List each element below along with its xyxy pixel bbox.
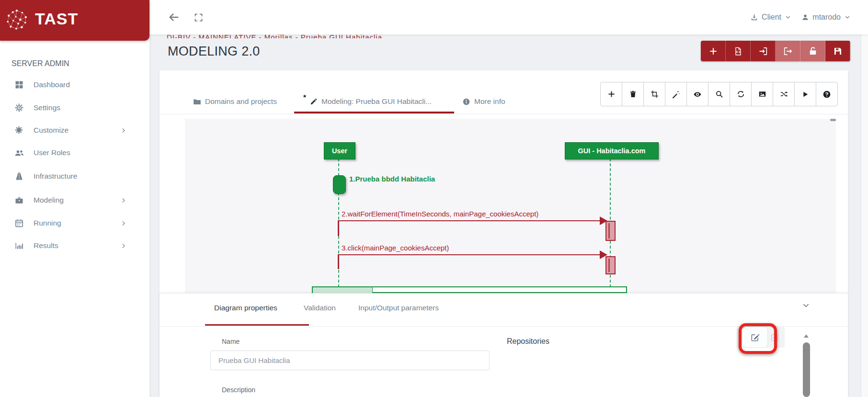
tab-modeling-active[interactable]: * Modeling: Prueba GUI Habitacli...	[303, 91, 432, 112]
actor-user[interactable]: User	[324, 142, 355, 159]
page-title: MODELING 2.0	[168, 44, 260, 59]
client-menu-label: Client	[762, 13, 781, 22]
panel-scroll-up-arrow[interactable]	[802, 332, 810, 340]
panel-tab-validation[interactable]: Validation	[304, 304, 336, 312]
top-header: Client mtarodo	[149, 0, 868, 34]
sidebar-item-label: Modeling	[34, 196, 64, 204]
cog-icon	[14, 125, 23, 135]
activation-green[interactable]	[333, 175, 346, 194]
file-code-button[interactable]	[726, 41, 751, 61]
panel-tab-input-output-parameters[interactable]: Input/Output parameters	[358, 304, 439, 312]
road-icon	[14, 171, 24, 181]
toolbar-add-button[interactable]	[600, 82, 622, 106]
browser-scrollbar[interactable]	[861, 34, 868, 397]
description-field-label: Description	[222, 386, 255, 394]
sidebar-item-infrastructure[interactable]: Infrastructure	[0, 166, 149, 187]
combined-fragment-header-fill	[313, 287, 373, 293]
gear-icon	[14, 103, 24, 113]
message-1-label[interactable]: 1.Prueba bbdd Habitaclia	[349, 175, 435, 183]
message-3-source-tick	[338, 254, 339, 269]
pencil-icon	[310, 98, 318, 105]
chevron-right-icon	[120, 242, 127, 250]
expand-icon[interactable]	[194, 12, 204, 23]
sidebar-item-label: Dashboard	[34, 80, 70, 89]
name-input[interactable]	[210, 351, 490, 370]
user-menu[interactable]: mtarodo	[801, 0, 851, 34]
highlight-annotation-ring	[739, 323, 777, 354]
panel-active-tab-underline	[205, 324, 309, 326]
sidebar-item-label: Infrastructure	[34, 172, 77, 181]
actor-gui-habitaclia[interactable]: GUI - Habitaclia.com	[565, 142, 659, 159]
sidebar: TAST SERVER ADMIN Dashboard Settings Cus…	[0, 0, 149, 397]
sequence-diagram-canvas[interactable]	[185, 119, 836, 293]
sidebar-item-label: Running	[34, 219, 61, 227]
add-button[interactable]	[701, 41, 726, 61]
chevron-right-icon	[120, 127, 127, 134]
message-2-source-tick	[338, 220, 339, 236]
back-arrow-icon[interactable]	[168, 11, 180, 23]
toolbar-delete-button[interactable]	[622, 82, 644, 106]
tab-label: Domains and projects	[205, 97, 277, 106]
chevron-down-icon	[844, 14, 851, 21]
sidebar-item-results[interactable]: Results	[0, 236, 149, 257]
toolbar-preview-eye-button[interactable]	[686, 82, 708, 106]
brand-name: TAST	[35, 10, 78, 28]
repositories-label: Repositories	[507, 337, 549, 346]
collapse-panel-chevron-down-icon[interactable]	[801, 301, 811, 310]
chevron-right-icon	[120, 197, 127, 204]
tab-domains-and-projects[interactable]: Domains and projects	[193, 91, 277, 112]
folder-icon	[193, 98, 201, 106]
info-icon	[462, 98, 470, 106]
activation-gui-2[interactable]	[605, 256, 616, 274]
name-field-label: Name	[222, 338, 240, 345]
toolbar-refresh-button[interactable]	[730, 82, 752, 106]
user-icon	[801, 13, 809, 21]
sidebar-section-label: SERVER ADMIN	[11, 59, 69, 68]
tab-row-divider	[160, 114, 848, 114]
panel-tab-diagram-properties[interactable]: Diagram properties	[214, 304, 277, 312]
tab-label: Modeling: Prueba GUI Habitacli...	[321, 97, 432, 106]
message-3-line	[339, 254, 603, 255]
panel-scrollbar-thumb[interactable]	[803, 342, 810, 397]
toolbar-zoom-search-button[interactable]	[708, 82, 730, 106]
toolbar-magic-wand-button[interactable]	[665, 82, 687, 106]
toolbar-crop-button[interactable]	[643, 82, 665, 106]
tab-label: More info	[474, 97, 505, 106]
sidebar-item-label: User Roles	[34, 148, 70, 157]
dashboard-grid-icon	[14, 80, 24, 90]
activation-gui-1[interactable]	[605, 221, 616, 241]
diagram-action-bar	[701, 41, 850, 61]
calendar-icon	[14, 218, 24, 228]
save-button[interactable]	[825, 41, 850, 61]
application-window: DI-BIV - MAINNELATIVE - Morillas - Prueb…	[0, 0, 868, 397]
download-icon	[750, 13, 758, 22]
toolbar-shuffle-button[interactable]	[773, 82, 795, 106]
message-3-label[interactable]: 3.click(mainPage_cookiesAccept)	[342, 244, 449, 252]
brand-banner[interactable]: TAST	[0, 0, 149, 41]
briefcase-icon	[14, 195, 24, 205]
toolbar-run-play-button[interactable]	[794, 82, 816, 106]
sidebar-item-dashboard[interactable]: Dashboard	[0, 75, 149, 96]
sidebar-item-label: Results	[34, 241, 58, 250]
chevron-right-icon	[120, 220, 127, 227]
message-2-line	[339, 220, 603, 221]
tab-more-info[interactable]: More info	[462, 91, 505, 112]
sidebar-item-modeling[interactable]: Modeling	[0, 190, 149, 211]
sign-in-button[interactable]	[751, 41, 776, 61]
unlock-button[interactable]	[800, 41, 825, 61]
sign-out-button[interactable]	[776, 41, 800, 61]
toolbar-image-button[interactable]	[751, 82, 773, 106]
sidebar-item-running[interactable]: Running	[0, 213, 149, 234]
sidebar-item-label: Settings	[34, 103, 60, 112]
sidebar-item-customize[interactable]: Customize	[0, 120, 149, 141]
unsaved-marker: *	[303, 93, 306, 102]
sidebar-item-label: Customize	[34, 126, 69, 135]
network-sphere-icon	[6, 9, 28, 31]
message-2-label[interactable]: 2.waitForElement(TimeInSeconds, mainPage…	[342, 210, 538, 218]
canvas-scrollbar-hint	[830, 119, 836, 121]
sidebar-item-settings[interactable]: Settings	[0, 98, 149, 119]
client-menu[interactable]: Client	[750, 0, 791, 34]
sidebar-item-user-roles[interactable]: User Roles	[0, 143, 149, 164]
toolbar-help-button[interactable]	[816, 82, 838, 106]
user-menu-label: mtarodo	[812, 13, 841, 22]
